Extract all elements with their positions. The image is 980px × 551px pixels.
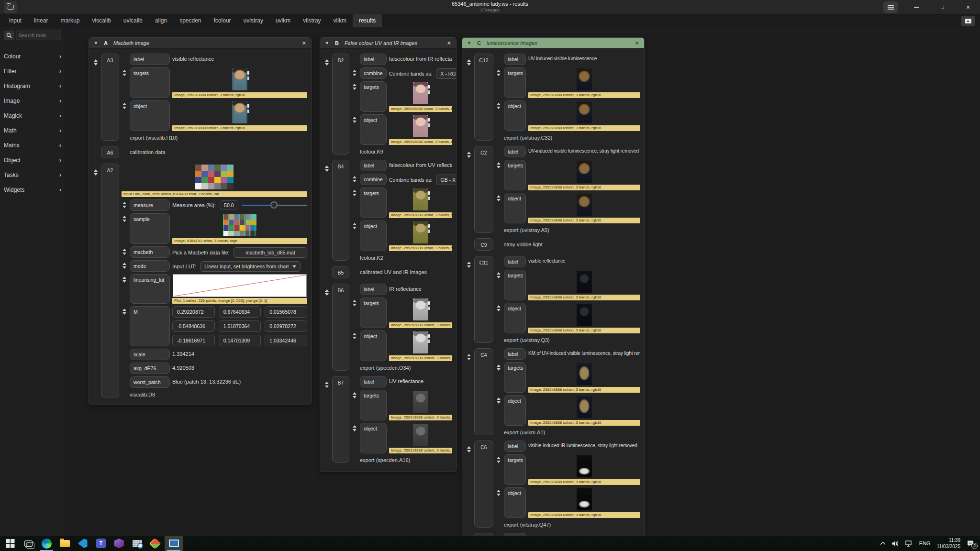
panel-header[interactable]: ▼ C luminescence images ✕ bbox=[462, 38, 644, 49]
reorder-spinner[interactable] bbox=[496, 67, 501, 98]
matrix-value[interactable]: 1.51870364 bbox=[219, 320, 261, 332]
image-thumbnail[interactable] bbox=[223, 214, 256, 236]
port-object[interactable]: object bbox=[504, 303, 526, 333]
taskbar-button-workspace-app[interactable] bbox=[165, 536, 183, 551]
sidebar-item-matrix[interactable]: Matrix› bbox=[4, 138, 61, 153]
panel-header[interactable]: ▼ B False colour UV and IR images ✕ bbox=[320, 38, 456, 49]
image-thumbnail[interactable] bbox=[413, 82, 428, 104]
tab-uvlkm[interactable]: uvlkm bbox=[269, 14, 297, 27]
tab-linear[interactable]: linear bbox=[28, 14, 54, 27]
node-id[interactable]: B2 bbox=[332, 54, 349, 154]
collapse-icon[interactable]: ▼ bbox=[325, 41, 329, 45]
reorder-spinner[interactable] bbox=[324, 160, 330, 261]
port-targets[interactable]: targets bbox=[360, 187, 387, 218]
app-icon[interactable] bbox=[4, 1, 17, 13]
reorder-spinner[interactable] bbox=[352, 423, 357, 453]
port-object[interactable]: object bbox=[360, 114, 387, 145]
matrix-value[interactable]: 0.67640634 bbox=[219, 306, 261, 318]
reorder-spinner[interactable] bbox=[466, 256, 472, 343]
menu-button[interactable] bbox=[883, 1, 898, 13]
matrix-value[interactable]: -0.18616971 bbox=[172, 335, 215, 346]
tab-vilstray[interactable]: vilstray bbox=[297, 14, 327, 27]
port-label[interactable]: label bbox=[504, 54, 526, 65]
image-thumbnail[interactable] bbox=[577, 68, 592, 90]
matrix-value[interactable]: 0.02978272 bbox=[265, 320, 307, 332]
sidebar-item-tasks[interactable]: Tasks› bbox=[4, 167, 61, 182]
image-thumbnail[interactable] bbox=[232, 68, 247, 90]
image-thumbnail[interactable] bbox=[577, 161, 592, 183]
port-object[interactable]: object bbox=[360, 423, 387, 453]
port-targets[interactable]: targets bbox=[504, 270, 526, 300]
image-thumbnail[interactable] bbox=[413, 115, 428, 137]
sidebar-item-filter[interactable]: Filter› bbox=[4, 64, 61, 78]
port-combine[interactable]: combine bbox=[360, 67, 387, 79]
reorder-spinner[interactable] bbox=[352, 220, 357, 251]
reorder-spinner[interactable] bbox=[466, 441, 472, 528]
reorder-spinner[interactable] bbox=[324, 54, 330, 154]
port-targets[interactable]: targets bbox=[360, 298, 387, 328]
port-worst_patch[interactable]: worst_patch bbox=[130, 376, 170, 388]
image-thumbnail[interactable] bbox=[577, 396, 592, 418]
image-thumbnail[interactable] bbox=[577, 363, 592, 385]
port-macbeth[interactable]: macbeth bbox=[130, 246, 170, 258]
reorder-spinner[interactable] bbox=[122, 246, 127, 258]
reorder-spinner[interactable] bbox=[122, 100, 127, 131]
port-avg_dE76[interactable]: avg_dE76 bbox=[130, 363, 170, 374]
node-id[interactable]: A6 bbox=[101, 146, 119, 158]
port-object[interactable]: object bbox=[360, 331, 387, 361]
sidebar-item-object[interactable]: Object› bbox=[4, 153, 61, 167]
tab-uvlstray[interactable]: uvlstray bbox=[237, 14, 269, 27]
reorder-spinner[interactable] bbox=[466, 54, 472, 141]
tab-viscalib[interactable]: viscalib bbox=[86, 14, 117, 27]
port-targets[interactable]: targets bbox=[130, 67, 170, 98]
speaker-icon[interactable] bbox=[892, 540, 899, 547]
taskbar-button-start[interactable] bbox=[1, 536, 19, 551]
tab-input[interactable]: input bbox=[3, 14, 28, 27]
reorder-spinner[interactable] bbox=[466, 348, 472, 435]
image-thumbnail[interactable] bbox=[195, 165, 234, 189]
tab-uvlcalib[interactable]: uvlcalib bbox=[117, 14, 149, 27]
close-icon[interactable]: ✕ bbox=[635, 40, 639, 46]
image-thumbnail[interactable] bbox=[577, 271, 592, 293]
taskbar-button-file-explorer[interactable] bbox=[56, 536, 74, 551]
tab-vilkm[interactable]: vilkm bbox=[327, 14, 353, 27]
sidebar-item-widgets[interactable]: Widgets› bbox=[4, 182, 61, 197]
mode-dropdown[interactable]: Linear input, set brightness from chart bbox=[200, 261, 301, 272]
reorder-spinner[interactable] bbox=[324, 376, 330, 463]
image-thumbnail[interactable] bbox=[577, 455, 592, 477]
node-id[interactable]: C4 bbox=[474, 348, 493, 435]
port-sample[interactable]: sample bbox=[130, 213, 170, 244]
measure-area-slider[interactable] bbox=[242, 201, 307, 209]
port-object[interactable]: object bbox=[360, 220, 387, 251]
port-label[interactable]: label bbox=[504, 146, 526, 157]
port-label[interactable]: label bbox=[360, 160, 387, 171]
image-thumbnail[interactable] bbox=[577, 194, 592, 216]
node-id[interactable]: C2 bbox=[474, 146, 493, 233]
reorder-spinner[interactable] bbox=[496, 362, 501, 393]
reorder-spinner[interactable] bbox=[122, 199, 127, 211]
tab-fcolour[interactable]: fcolour bbox=[208, 14, 237, 27]
port-scale[interactable]: scale bbox=[130, 349, 170, 360]
reorder-spinner[interactable] bbox=[93, 164, 99, 397]
taskbar-button-teams[interactable] bbox=[92, 536, 110, 551]
node-id[interactable]: C9 bbox=[474, 238, 493, 251]
port-object[interactable]: object bbox=[504, 100, 526, 131]
reorder-spinner[interactable] bbox=[93, 54, 99, 141]
reorder-spinner[interactable] bbox=[496, 100, 501, 131]
taskbar-button-vscode[interactable] bbox=[74, 536, 92, 551]
tab-results[interactable]: results bbox=[353, 14, 382, 27]
close-button[interactable]: ✕ bbox=[961, 1, 975, 13]
taskbar-button-edge[interactable] bbox=[37, 536, 56, 551]
port-combine[interactable]: combine bbox=[360, 174, 387, 185]
collapse-icon[interactable]: ▼ bbox=[467, 41, 471, 45]
reorder-spinner[interactable] bbox=[352, 114, 357, 145]
node-id[interactable]: B6 bbox=[332, 284, 349, 371]
image-thumbnail[interactable] bbox=[577, 304, 592, 326]
port-M[interactable]: M bbox=[130, 306, 170, 346]
reorder-spinner[interactable] bbox=[352, 390, 357, 420]
minimize-button[interactable] bbox=[909, 1, 924, 13]
image-thumbnail[interactable] bbox=[413, 188, 428, 210]
port-object[interactable]: object bbox=[504, 395, 526, 426]
taskbar-button-task-view[interactable] bbox=[19, 536, 37, 551]
combine-dropdown[interactable]: X - RG bbox=[436, 68, 456, 79]
